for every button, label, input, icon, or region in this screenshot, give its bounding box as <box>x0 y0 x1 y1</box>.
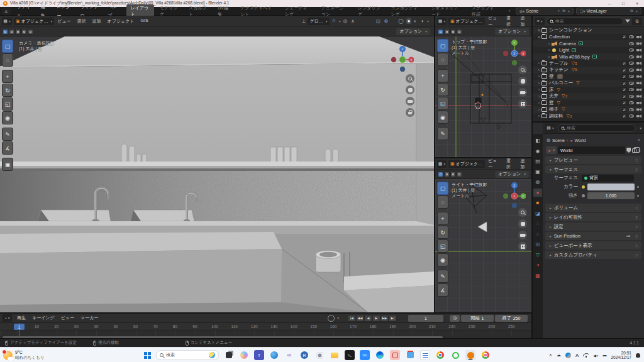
expand-arrow-icon[interactable]: › <box>536 81 541 85</box>
outliner-row[interactable]: › 調味料 ▽2 ✓ <box>533 113 644 120</box>
outliner-display-mode-icon[interactable]: ≡▾ <box>535 18 545 25</box>
tool-button[interactable]: ↻ <box>2 84 13 97</box>
playback-button[interactable]: ▶ <box>372 315 380 322</box>
new-world-icon[interactable] <box>632 148 636 153</box>
new-scene-icon[interactable]: ⧉ <box>562 9 565 13</box>
weather-widget[interactable]: 9°C 晴れのちくもり <box>3 350 44 360</box>
expand-arrow-icon[interactable]: › <box>536 61 541 65</box>
eye-icon[interactable] <box>629 114 634 118</box>
blender-taskbar-button[interactable] <box>465 350 475 360</box>
expand-arrow-icon[interactable]: › <box>547 55 552 59</box>
tool-button[interactable]: ✎ <box>2 128 13 141</box>
search-input[interactable] <box>555 19 620 23</box>
app-r-button[interactable]: R <box>299 350 309 360</box>
select-mode-circle-icon[interactable] <box>450 172 456 177</box>
timeline-menu-item[interactable]: 再生 <box>14 315 29 321</box>
current-frame-field[interactable]: 1 <box>408 315 443 322</box>
tool-button[interactable]: ◱ <box>437 97 448 110</box>
tool-button[interactable]: ◌ <box>437 53 448 66</box>
shading-wireframe-icon[interactable]: ◯ <box>397 18 404 24</box>
tool-button[interactable]: ∡ <box>2 141 13 155</box>
viewport-top-canvas[interactable]: トップ・平行投影 (1) 天井 | 壁 メートル ▢◌+↻◱◉✎ Y X Z <box>435 36 531 157</box>
camera-toggle-icon[interactable] <box>636 82 641 85</box>
show-overlays-icon[interactable]: ⊕ <box>383 18 389 24</box>
playback-button[interactable]: ◀◀ <box>356 315 364 322</box>
properties-options-icon[interactable]: ▾ <box>640 126 641 130</box>
camera-toggle-icon[interactable] <box>636 48 641 52</box>
transform-orientation-dropdown[interactable]: グロ…▾ <box>308 18 329 25</box>
mode-dropdown[interactable]: ▣ オブジェク…▾ <box>448 18 485 25</box>
hidden-icons-chevron[interactable]: ∧ <box>549 353 552 358</box>
properties-tab[interactable]: ◎ <box>533 240 542 248</box>
viewport-menu-item[interactable]: 追加 <box>517 16 531 28</box>
tool-button[interactable]: + <box>437 69 448 82</box>
options-dropdown[interactable]: オプション▾ <box>495 28 529 35</box>
outliner-row[interactable]: › Camera ▽ ✓ <box>533 40 644 47</box>
lock-view-button[interactable] <box>406 108 414 117</box>
viewport-menu-item[interactable]: 選択 <box>74 18 89 25</box>
navigation-gizmo[interactable]: Y X Z <box>503 38 526 65</box>
copilot-button[interactable] <box>239 350 249 360</box>
expand-arrow-icon[interactable]: › <box>536 87 541 92</box>
expand-arrow-icon[interactable]: › <box>536 114 541 118</box>
app-blue-globe-button[interactable] <box>269 350 279 360</box>
camera-toggle-icon[interactable] <box>636 95 641 99</box>
tool-button[interactable]: ↻ <box>437 83 448 96</box>
tool-button[interactable]: ◉ <box>437 253 448 266</box>
mode-dropdown[interactable]: ▣ オブジェク…▾ <box>448 160 485 168</box>
panel-header[interactable]: ▸ビューポート表示≔≡ <box>545 241 641 250</box>
eye-icon[interactable] <box>629 108 634 111</box>
playback-button[interactable]: |◀ <box>348 315 356 322</box>
outliner-row[interactable]: › 天井 ▽2 ✓ <box>533 93 644 100</box>
properties-search[interactable] <box>558 124 636 132</box>
panel-header-surface[interactable]: ▾サーフェス≡ <box>545 165 641 173</box>
camera-toggle-icon[interactable] <box>636 62 641 65</box>
camera-toggle-icon[interactable] <box>636 114 641 118</box>
options-dropdown[interactable]: オプション▾ <box>495 171 529 178</box>
expand-arrow-icon[interactable]: › <box>547 41 552 46</box>
tool-button[interactable]: ◉ <box>437 111 448 124</box>
zoom-button[interactable] <box>518 65 527 74</box>
camera-toggle-icon[interactable] <box>636 108 641 112</box>
expand-arrow-icon[interactable]: › <box>536 68 541 72</box>
zoom-button[interactable] <box>406 74 414 83</box>
properties-editor-icon[interactable]: ▤▾ <box>545 124 555 132</box>
outliner-row[interactable]: › バルコニー ▽ ✓ <box>533 80 644 87</box>
eye-icon[interactable] <box>629 48 634 52</box>
shading-rendered-icon[interactable]: ◑ <box>419 18 425 24</box>
timeline-menu-item[interactable]: ビュー <box>58 315 77 321</box>
maximize-button[interactable]: □ <box>616 0 630 7</box>
shading-solid-icon[interactable]: ● <box>406 18 412 24</box>
viewport-menu-item[interactable]: ビュー <box>485 158 503 170</box>
outliner-row[interactable]: › 壁 ▽ ✓ <box>533 74 644 80</box>
tool-button[interactable]: ◌ <box>437 195 448 209</box>
properties-tab[interactable]: ■ <box>533 199 542 207</box>
teams-button[interactable]: T <box>254 350 264 360</box>
frame-end-field[interactable]: 終了 250 <box>495 315 528 322</box>
tool-button[interactable]: ◌ <box>2 53 13 67</box>
outliner-row[interactable]: ∨ シーンコレクション ▽ ✓ <box>533 27 644 34</box>
timeline-tracks[interactable] <box>0 331 531 336</box>
world-name-field[interactable]: World <box>558 146 625 154</box>
notes-app-button[interactable] <box>420 350 430 360</box>
panel-header[interactable]: ▸レイの可視性≔≡ <box>545 213 641 221</box>
panel-header[interactable]: ▸設定≔≡ <box>545 222 641 231</box>
outliner-row[interactable]: › 床 ▽ ✓ <box>533 87 644 94</box>
eye-icon[interactable] <box>629 35 634 38</box>
checkbox-icon[interactable]: ✓ <box>622 74 626 79</box>
camera-toggle-icon[interactable] <box>636 55 641 59</box>
viewport-menu-item[interactable]: 選択 <box>503 16 518 28</box>
tool-button[interactable]: ∡ <box>437 283 448 297</box>
checkbox-icon[interactable]: ✓ <box>622 94 626 99</box>
onedrive-icon[interactable]: ☁ <box>557 353 561 358</box>
timeline-menu-item[interactable]: マーカー <box>77 315 101 321</box>
camera-toggle-icon[interactable] <box>636 42 641 46</box>
playback-button[interactable]: ▶▶ <box>380 315 389 322</box>
checkbox-icon[interactable]: ✓ <box>622 87 626 92</box>
properties-tab[interactable]: ▤ <box>533 157 542 165</box>
eye-icon[interactable] <box>629 62 634 65</box>
outliner-row[interactable]: › キッチン ▽5 ✓ <box>533 67 644 74</box>
camera-toggle-icon[interactable] <box>636 75 641 79</box>
select-mode-paint-icon[interactable] <box>28 29 33 35</box>
eye-icon[interactable] <box>629 88 634 91</box>
